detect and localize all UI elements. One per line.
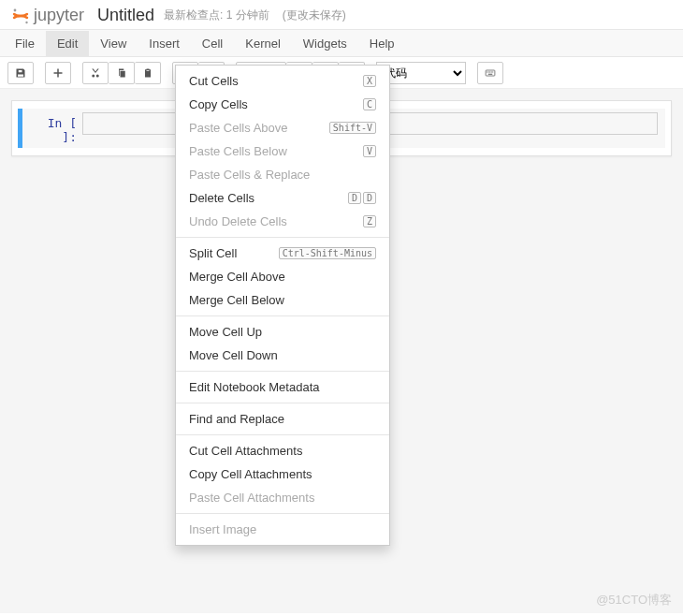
paste-button[interactable] xyxy=(135,62,161,84)
command-palette-button[interactable] xyxy=(477,62,503,84)
shortcut: C xyxy=(363,98,376,110)
menu-insert[interactable]: Insert xyxy=(138,31,191,56)
svg-rect-9 xyxy=(488,73,493,74)
menu-widgets[interactable]: Widgets xyxy=(292,31,358,56)
menu-item-insert-image: Insert Image xyxy=(176,518,389,541)
menu-item-split-cell[interactable]: Split CellCtrl-Shift-Minus xyxy=(176,242,389,265)
menu-view[interactable]: View xyxy=(89,31,138,56)
menu-item-label: Merge Cell Above xyxy=(189,270,285,284)
menu-item-cut-cells[interactable]: Cut CellsX xyxy=(176,69,389,93)
menu-edit[interactable]: Edit xyxy=(46,31,89,56)
menu-item-label: Copy Cell Attachments xyxy=(189,467,312,481)
menu-item-copy-cell-attachments[interactable]: Copy Cell Attachments xyxy=(176,462,389,486)
menu-item-label: Undo Delete Cells xyxy=(189,214,287,228)
menu-item-paste-cell-attachments: Paste Cell Attachments xyxy=(176,486,389,509)
menu-item-merge-cell-below[interactable]: Merge Cell Below xyxy=(176,288,389,312)
menu-file[interactable]: File xyxy=(4,31,46,56)
menu-separator xyxy=(176,513,389,514)
svg-rect-3 xyxy=(486,70,495,76)
svg-point-0 xyxy=(14,8,17,11)
menu-item-label: Split Cell xyxy=(189,246,237,260)
copy-icon xyxy=(116,67,127,79)
notebook-title[interactable]: Untitled xyxy=(97,6,154,25)
menu-item-move-cell-down[interactable]: Move Cell Down xyxy=(176,344,389,367)
shortcut: X xyxy=(363,75,376,87)
save-button[interactable] xyxy=(7,62,34,84)
menu-item-label: Cut Cell Attachments xyxy=(189,444,302,458)
shortcut: V xyxy=(363,145,376,157)
menu-item-label: Paste Cell Attachments xyxy=(189,491,314,505)
menu-item-label: Move Cell Up xyxy=(189,325,262,339)
menu-item-find-and-replace[interactable]: Find and Replace xyxy=(176,407,389,431)
menu-item-edit-notebook-metadata[interactable]: Edit Notebook Metadata xyxy=(176,375,389,399)
menu-item-label: Insert Image xyxy=(189,522,256,536)
save-icon xyxy=(15,67,26,79)
menu-separator xyxy=(176,434,389,435)
menu-item-move-cell-up[interactable]: Move Cell Up xyxy=(176,320,389,344)
clipboard-icon xyxy=(142,67,153,79)
menu-item-paste-cells-replace: Paste Cells & Replace xyxy=(176,163,389,186)
scissors-icon xyxy=(90,67,101,79)
menu-item-copy-cells[interactable]: Copy CellsC xyxy=(176,93,389,116)
menubar: FileEditViewInsertCellKernelWidgetsHelp xyxy=(0,29,683,57)
shortcut: Shift-V xyxy=(329,122,376,134)
svg-rect-8 xyxy=(492,71,493,72)
svg-rect-7 xyxy=(491,71,492,72)
menu-separator xyxy=(176,315,389,316)
menu-separator xyxy=(176,403,389,403)
shortcut: Ctrl-Shift-Minus xyxy=(279,247,376,259)
jupyter-logo: jupyter xyxy=(11,6,84,25)
menu-item-label: Paste Cells & Replace xyxy=(189,168,310,182)
menu-item-paste-cells-below: Paste Cells BelowV xyxy=(176,139,389,163)
input-prompt: In [ ]: xyxy=(26,112,82,144)
insert-cell-below-button[interactable] xyxy=(45,62,71,84)
watermark: @51CTO博客 xyxy=(596,592,672,609)
menu-item-label: Cut Cells xyxy=(189,74,239,88)
menu-item-label: Paste Cells Above xyxy=(189,121,288,135)
menu-item-undo-delete-cells: Undo Delete CellsZ xyxy=(176,210,389,233)
svg-rect-5 xyxy=(488,71,489,72)
jupyter-icon xyxy=(11,7,30,25)
svg-rect-4 xyxy=(487,71,487,72)
autosave-status: (更改未保存) xyxy=(283,7,346,23)
menu-item-label: Move Cell Down xyxy=(189,348,278,362)
shortcut: DD xyxy=(348,192,376,204)
menu-item-label: Paste Cells Below xyxy=(189,144,287,158)
keyboard-icon xyxy=(485,67,496,79)
menu-item-merge-cell-above[interactable]: Merge Cell Above xyxy=(176,265,389,288)
menu-item-label: Delete Cells xyxy=(189,191,254,205)
shortcut: Z xyxy=(363,215,376,227)
svg-point-1 xyxy=(25,21,27,22)
logo-text: jupyter xyxy=(34,6,84,25)
notebook-header: jupyter Untitled 最新检查点: 1 分钟前 (更改未保存) xyxy=(0,0,683,29)
menu-separator xyxy=(176,237,389,238)
menu-help[interactable]: Help xyxy=(358,31,406,56)
svg-rect-6 xyxy=(489,71,490,72)
menu-item-label: Edit Notebook Metadata xyxy=(189,380,319,394)
menu-item-label: Merge Cell Below xyxy=(189,293,284,307)
menu-cell[interactable]: Cell xyxy=(191,31,234,56)
edit-menu-dropdown: Cut CellsXCopy CellsCPaste Cells AboveSh… xyxy=(175,65,390,546)
menu-item-paste-cells-above: Paste Cells AboveShift-V xyxy=(176,116,389,139)
checkpoint-status: 最新检查点: 1 分钟前 xyxy=(164,7,269,23)
copy-button[interactable] xyxy=(109,62,135,84)
plus-icon xyxy=(52,67,64,79)
cut-button[interactable] xyxy=(82,62,109,84)
menu-kernel[interactable]: Kernel xyxy=(234,31,292,56)
menu-item-delete-cells[interactable]: Delete CellsDD xyxy=(176,186,389,210)
menu-item-label: Copy Cells xyxy=(189,97,248,111)
menu-item-label: Find and Replace xyxy=(189,412,284,426)
menu-separator xyxy=(176,371,389,372)
menu-item-cut-cell-attachments[interactable]: Cut Cell Attachments xyxy=(176,439,389,462)
